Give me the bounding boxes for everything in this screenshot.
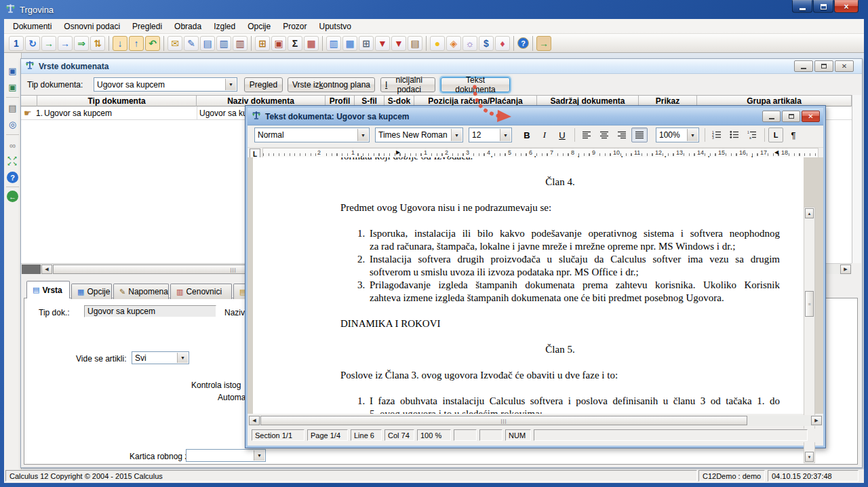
transfer-doc-icon[interactable]: ⇒ <box>74 36 89 51</box>
mail-icon[interactable]: ✉ <box>167 36 182 51</box>
view-list-icon[interactable]: ⊞ <box>359 36 374 51</box>
report-export-icon[interactable]: ▼ <box>375 36 390 51</box>
help-icon[interactable]: ? <box>517 37 529 49</box>
column-header-tip-dokumenta[interactable]: Tip dokumenta <box>37 96 197 106</box>
paragraph-style-combo[interactable]: Normal▼ <box>254 128 370 142</box>
font-size-combo[interactable]: 12▼ <box>469 128 512 142</box>
chevron-down-icon[interactable]: ▼ <box>254 450 264 461</box>
next-record-icon[interactable]: → <box>41 36 56 51</box>
export-doc-icon[interactable]: ↑ <box>129 36 144 51</box>
editor-restore-button[interactable] <box>782 111 800 122</box>
save-icon[interactable]: ▣ <box>6 64 20 77</box>
tab-napomena[interactable]: ✎Napomena <box>113 284 169 299</box>
align-justify-icon[interactable] <box>631 128 648 142</box>
sort-columns-icon[interactable]: ⇅ <box>90 36 105 51</box>
exit-icon[interactable]: → <box>536 36 551 51</box>
tab-stop-button[interactable]: L <box>768 128 783 142</box>
tab-vrsta[interactable]: ▤Vrsta <box>26 281 70 298</box>
underline-button[interactable]: U <box>554 128 570 142</box>
tip-dok-field[interactable]: Ugovor sa kupcem <box>84 305 216 317</box>
font-family-combo[interactable]: Times New Roman▼ <box>375 128 463 142</box>
resize-arrows-icon[interactable]: ↖↗↙↘ <box>6 155 20 168</box>
grid-vertical-scrollbar[interactable] <box>852 95 861 263</box>
tab-cenovnici[interactable]: ▥Cenovnici <box>170 284 232 299</box>
save-archive-icon[interactable]: ▣ <box>6 80 20 94</box>
child-minimize-button[interactable] <box>794 60 813 72</box>
print-report-icon[interactable]: ▣ <box>271 36 286 51</box>
bold-button[interactable]: B <box>519 128 535 142</box>
v-scroll-thumb[interactable]: ≡ <box>805 291 814 317</box>
pregled-button[interactable]: Pregled <box>244 77 283 92</box>
align-center-icon[interactable] <box>596 128 612 142</box>
calendar-icon[interactable]: ▦ <box>304 36 319 51</box>
child-close-button[interactable]: ✕ <box>835 60 854 72</box>
edit-document-icon[interactable]: ✎ <box>184 36 199 51</box>
report-export2-icon[interactable]: ▼ <box>391 36 406 51</box>
sum-icon[interactable]: Σ <box>288 36 302 51</box>
price-list-icon[interactable]: $ <box>479 36 494 51</box>
editor-titlebar[interactable]: Tekst dokumenta: Ugovor sa kupcem ✕ <box>248 108 823 125</box>
settings-gear-icon[interactable]: ☼ <box>462 36 477 51</box>
multilevel-list-icon[interactable]: 1a <box>744 128 760 142</box>
pilcrow-button[interactable]: ¶ <box>786 128 801 142</box>
scroll-down-icon[interactable]: ▼ <box>805 452 814 462</box>
italic-button[interactable]: I <box>536 128 553 142</box>
align-right-icon[interactable] <box>614 128 630 142</box>
menu-item-prozor[interactable]: Prozor <box>277 20 313 33</box>
view-columns-icon[interactable]: ▥ <box>326 36 341 51</box>
tags-icon[interactable]: ◈ <box>446 36 461 51</box>
help-circle-icon[interactable]: ? <box>7 172 18 183</box>
revert-doc-icon[interactable]: ↶ <box>145 36 160 51</box>
scroll-left-icon[interactable]: ◀ <box>249 416 260 425</box>
chevron-down-icon[interactable]: ▼ <box>225 79 236 90</box>
print-icon[interactable]: ▤ <box>6 101 20 115</box>
favorites-gem-icon[interactable]: ♦ <box>495 36 510 51</box>
view-table-icon[interactable]: ▦ <box>342 36 357 51</box>
close-button[interactable]: × <box>834 0 859 13</box>
tab-opcije[interactable]: ▦Opcije <box>71 284 112 299</box>
chevron-down-icon[interactable]: ▼ <box>177 353 188 363</box>
import-doc-icon[interactable]: ↓ <box>113 36 127 51</box>
doc-types-titlebar[interactable]: Vrste dokumenata ✕ <box>21 59 862 74</box>
grid-splitter-box[interactable] <box>22 265 41 274</box>
scroll-up-icon[interactable]: ▲ <box>805 208 814 218</box>
inicijalni-podaci-button[interactable]: Inicijalni podaci <box>380 77 435 92</box>
menu-item-obrada[interactable]: Obrada <box>168 20 208 33</box>
refresh-icon[interactable]: ↻ <box>25 36 40 51</box>
print-preview-icon[interactable]: ◎ <box>6 117 20 131</box>
right-indent-marker[interactable]: ◀ <box>774 149 778 155</box>
new-document-icon[interactable]: 1 <box>9 36 24 51</box>
scroll-right-icon[interactable]: ▶ <box>811 416 822 425</box>
notes-book-icon[interactable]: ▤ <box>408 36 422 51</box>
align-left-icon[interactable] <box>578 128 595 142</box>
menu-item-dokumenti[interactable]: Dokumenti <box>7 20 58 33</box>
restore-button[interactable] <box>813 0 833 13</box>
kartica-combo[interactable]: ▼ <box>186 449 266 462</box>
bullet-list-icon[interactable] <box>726 128 743 142</box>
menu-item-opcije[interactable]: Opcije <box>241 20 277 33</box>
h-scroll-thumb[interactable]: ||| <box>260 416 747 425</box>
editor-close-button[interactable]: ✕ <box>802 111 820 122</box>
goto-record-icon[interactable]: → <box>58 36 73 51</box>
tip-bulb-icon[interactable]: ● <box>430 36 445 51</box>
editor-horizontal-scrollbar[interactable]: ◀ ||| ▶ <box>248 415 823 426</box>
main-titlebar[interactable]: Trgovina × <box>0 0 868 19</box>
zoom-combo[interactable]: 100%▼ <box>656 128 699 142</box>
vrste-iz-kontnog-plana-button[interactable]: Vrste iz kontnog plana <box>288 77 375 92</box>
scroll-right-icon[interactable]: ▶ <box>840 265 851 274</box>
ledger-red-icon[interactable]: ▥ <box>233 36 248 51</box>
scroll-left-icon[interactable]: ◀ <box>41 265 52 274</box>
search-binoculars-icon[interactable]: ∞ <box>6 138 20 152</box>
menu-item-osnovni-podaci[interactable]: Osnovni podaci <box>58 20 126 33</box>
menu-item-uputstvo[interactable]: Uputstvo <box>313 20 357 33</box>
menu-item-pregledi[interactable]: Pregledi <box>126 20 168 33</box>
copy-pages-icon[interactable]: ⊞ <box>255 36 270 51</box>
document-page[interactable]: formata koji dobije od Izvođača.Član 4.P… <box>253 157 804 414</box>
back-exit-icon[interactable]: ← <box>7 191 18 202</box>
ledger-icon[interactable]: ▥ <box>216 36 231 51</box>
menu-item-izgled[interactable]: Izgled <box>208 20 241 33</box>
numbered-list-icon[interactable]: 123 <box>709 128 725 142</box>
child-restore-button[interactable] <box>814 60 833 72</box>
document-status-icon[interactable]: ▤ <box>200 36 215 51</box>
minimize-button[interactable] <box>792 0 812 13</box>
